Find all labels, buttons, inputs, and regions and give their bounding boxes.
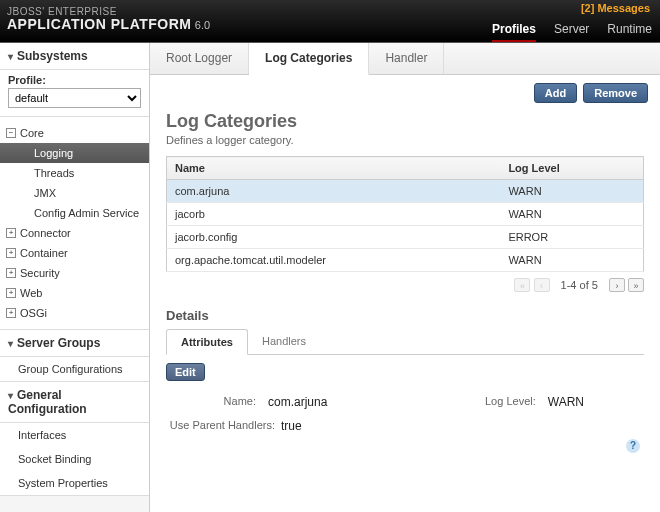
brand-line2: APPLICATION PLATFORM <box>7 16 191 32</box>
sidebar-item-system-properties[interactable]: System Properties <box>0 471 149 495</box>
chevron-down-icon: ▾ <box>8 390 13 401</box>
cell-level: WARN <box>500 203 643 226</box>
sidebar: ▾Subsystems Profile: default Core Loggin… <box>0 43 150 512</box>
cell-name: jacorb <box>167 203 501 226</box>
section-server-groups-label: Server Groups <box>17 336 100 350</box>
pager-text: 1-4 of 5 <box>561 279 598 291</box>
top-nav: Profiles Server Runtime <box>492 22 652 36</box>
add-button[interactable]: Add <box>534 83 577 103</box>
form-name-value: com.arjuna <box>268 395 327 409</box>
form-loglevel-label: Log Level: <box>485 395 542 409</box>
cell-level: ERROR <box>500 226 643 249</box>
section-subsystems-label: Subsystems <box>17 49 88 63</box>
subtab-attributes[interactable]: Attributes <box>166 329 248 355</box>
detail-subtabs: Attributes Handlers <box>166 329 644 355</box>
table-row[interactable]: org.apache.tomcat.util.modeler WARN <box>167 249 644 272</box>
profile-select[interactable]: default <box>8 88 141 108</box>
section-general-config-label: General Configuration <box>8 388 87 416</box>
pager-prev-icon[interactable]: ‹ <box>534 278 550 292</box>
tree-core-jmx[interactable]: JMX <box>0 183 149 203</box>
tree-osgi[interactable]: OSGi <box>0 303 149 323</box>
section-general-config[interactable]: ▾General Configuration <box>0 382 149 423</box>
pager-next-icon[interactable]: › <box>609 278 625 292</box>
form-loglevel-value: WARN <box>548 395 584 409</box>
tree-web[interactable]: Web <box>0 283 149 303</box>
brand-version: 6.0 <box>195 19 210 31</box>
nav-server[interactable]: Server <box>554 22 589 36</box>
table-row[interactable]: com.arjuna WARN <box>167 180 644 203</box>
tree-core-logging[interactable]: Logging <box>0 143 149 163</box>
main-tabs: Root Logger Log Categories Handler <box>150 43 660 75</box>
cell-name: jacorb.config <box>167 226 501 249</box>
tree-core[interactable]: Core <box>0 123 149 143</box>
messages-link[interactable]: [2] Messages <box>581 2 650 14</box>
sidebar-item-interfaces[interactable]: Interfaces <box>0 423 149 447</box>
section-server-groups[interactable]: ▾Server Groups <box>0 330 149 357</box>
tree-connector[interactable]: Connector <box>0 223 149 243</box>
cell-name: com.arjuna <box>167 180 501 203</box>
form-useparent-value: true <box>281 419 302 433</box>
profile-label: Profile: <box>8 74 141 86</box>
tab-root-logger[interactable]: Root Logger <box>150 43 249 74</box>
cell-level: WARN <box>500 180 643 203</box>
pager-last-icon[interactable]: » <box>628 278 644 292</box>
edit-button[interactable]: Edit <box>166 363 205 381</box>
tree-container[interactable]: Container <box>0 243 149 263</box>
cell-name: org.apache.tomcat.util.modeler <box>167 249 501 272</box>
details-header: Details <box>150 298 660 329</box>
help-icon[interactable]: ? <box>626 439 640 453</box>
page-title: Log Categories <box>150 111 660 134</box>
tree-security[interactable]: Security <box>0 263 149 283</box>
tree-core-config-admin[interactable]: Config Admin Service <box>0 203 149 223</box>
form-useparent-label: Use Parent Handlers: <box>166 419 281 433</box>
col-name[interactable]: Name <box>167 157 501 180</box>
cell-level: WARN <box>500 249 643 272</box>
brand: JBOSS' ENTERPRISE APPLICATION PLATFORM 6… <box>7 7 210 31</box>
remove-button[interactable]: Remove <box>583 83 648 103</box>
page-subtitle: Defines a logger category. <box>150 134 660 156</box>
section-subsystems[interactable]: ▾Subsystems <box>0 43 149 70</box>
nav-profiles[interactable]: Profiles <box>492 22 536 42</box>
log-categories-table: Name Log Level com.arjuna WARN jacorb WA… <box>166 156 644 272</box>
form-name-label: Name: <box>224 395 262 409</box>
sidebar-item-socket-binding[interactable]: Socket Binding <box>0 447 149 471</box>
table-row[interactable]: jacorb WARN <box>167 203 644 226</box>
pager-first-icon[interactable]: « <box>514 278 530 292</box>
pager: « ‹ 1-4 of 5 › » <box>150 272 660 298</box>
col-log-level[interactable]: Log Level <box>500 157 643 180</box>
sidebar-item-group-configurations[interactable]: Group Configurations <box>0 357 149 381</box>
subtab-handlers[interactable]: Handlers <box>248 329 320 354</box>
tab-log-categories[interactable]: Log Categories <box>249 43 369 75</box>
main-panel: Root Logger Log Categories Handler Add R… <box>150 43 660 512</box>
chevron-down-icon: ▾ <box>8 338 13 349</box>
tab-handler[interactable]: Handler <box>369 43 444 74</box>
nav-runtime[interactable]: Runtime <box>607 22 652 36</box>
tree-core-threads[interactable]: Threads <box>0 163 149 183</box>
chevron-down-icon: ▾ <box>8 51 13 62</box>
table-row[interactable]: jacorb.config ERROR <box>167 226 644 249</box>
